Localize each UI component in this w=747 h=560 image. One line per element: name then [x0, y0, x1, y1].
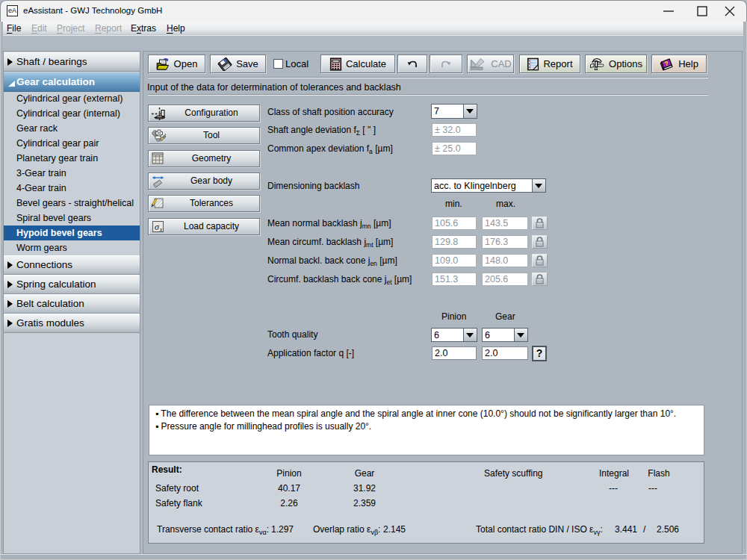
svg-text:x: x — [159, 226, 163, 233]
